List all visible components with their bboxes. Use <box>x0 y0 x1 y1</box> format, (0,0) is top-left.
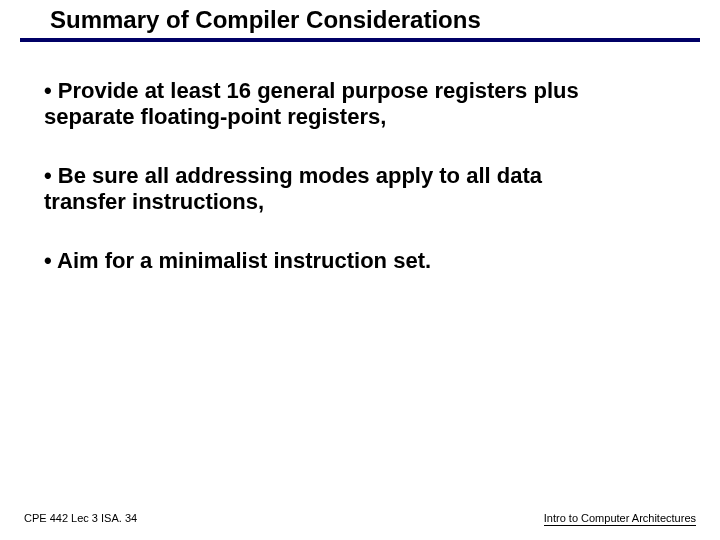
title-wrap: Summary of Compiler Considerations <box>0 0 720 34</box>
bullet-dot-icon: • <box>44 248 57 273</box>
bullet-text: Provide at least 16 general purpose regi… <box>44 78 579 129</box>
slide-body: • Provide at least 16 general purpose re… <box>44 78 676 306</box>
title-rule <box>20 38 700 42</box>
footer-right: Intro to Computer Architectures <box>544 512 696 524</box>
slide-title: Summary of Compiler Considerations <box>50 6 720 34</box>
footer-left: CPE 442 Lec 3 ISA. 34 <box>24 512 137 524</box>
bullet-item: • Provide at least 16 general purpose re… <box>44 78 604 131</box>
bullet-text: Be sure all addressing modes apply to al… <box>44 163 542 214</box>
footer: CPE 442 Lec 3 ISA. 34 Intro to Computer … <box>24 512 696 524</box>
bullet-dot-icon: • <box>44 78 58 103</box>
footer-right-text: Intro to Computer Architectures <box>544 512 696 526</box>
bullet-item: • Aim for a minimalist instruction set. <box>44 248 604 274</box>
bullet-text: Aim for a minimalist instruction set. <box>57 248 431 273</box>
bullet-item: • Be sure all addressing modes apply to … <box>44 163 604 216</box>
slide: Summary of Compiler Considerations • Pro… <box>0 0 720 540</box>
bullet-dot-icon: • <box>44 163 58 188</box>
